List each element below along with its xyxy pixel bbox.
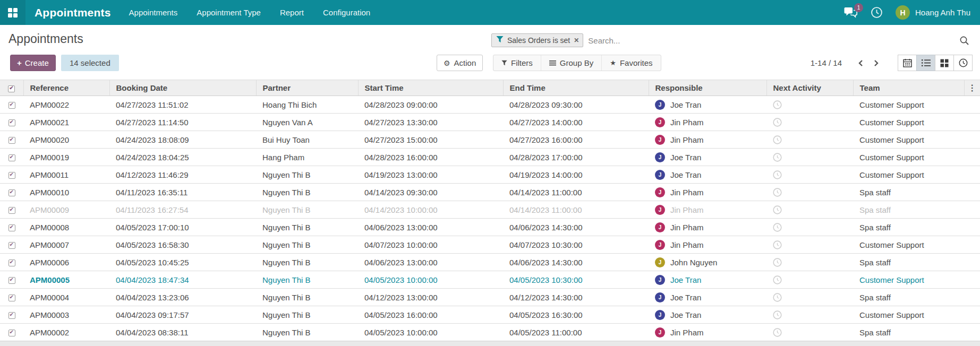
booking-date-cell: 04/24/2023 18:04:25 bbox=[109, 149, 256, 166]
next-activity-cell[interactable] bbox=[766, 306, 853, 324]
start-time-cell: 04/14/2023 09:30:00 bbox=[358, 184, 503, 201]
list-view-button[interactable] bbox=[916, 55, 935, 71]
group-by-button[interactable]: Group By bbox=[541, 55, 602, 71]
row-checkbox[interactable] bbox=[8, 312, 15, 319]
row-checkbox[interactable] bbox=[8, 242, 15, 249]
responsible-name: Jin Pham bbox=[670, 118, 704, 127]
next-activity-cell[interactable] bbox=[766, 289, 853, 306]
table-row[interactable]: APM0000404/04/2023 13:23:06Nguyen Thi B0… bbox=[0, 289, 980, 306]
next-activity-cell[interactable] bbox=[766, 324, 853, 341]
kanban-view-button[interactable] bbox=[935, 55, 954, 71]
next-activity-cell[interactable] bbox=[766, 236, 853, 254]
table-row[interactable]: APM0002104/27/2023 11:14:50Nguyen Van A0… bbox=[0, 114, 980, 131]
search-input[interactable] bbox=[583, 36, 959, 45]
favorites-button[interactable]: ★ Favorites bbox=[602, 55, 660, 71]
responsible-name: Joe Tran bbox=[670, 293, 701, 302]
row-checkbox[interactable] bbox=[8, 295, 15, 301]
reference-cell: APM00011 bbox=[23, 166, 109, 184]
partner-cell: Nguyen Thi B bbox=[256, 324, 358, 341]
table-row[interactable]: APM0001104/12/2023 11:46:29Nguyen Thi B0… bbox=[0, 166, 980, 184]
calendar-view-button[interactable] bbox=[898, 55, 917, 71]
menu-appointment-type[interactable]: Appointment Type bbox=[197, 8, 261, 17]
next-activity-cell[interactable] bbox=[766, 254, 853, 271]
selected-count-badge: 14 selected bbox=[61, 55, 119, 71]
next-activity-cell[interactable] bbox=[766, 271, 853, 289]
team-cell: Spa staff bbox=[853, 201, 964, 219]
search-icon[interactable] bbox=[959, 36, 969, 46]
column-header-partner[interactable]: Partner bbox=[256, 80, 358, 96]
clock-icon bbox=[959, 58, 968, 67]
table-row[interactable]: APM0000304/04/2023 09:17:57Nguyen Thi B0… bbox=[0, 306, 980, 324]
next-activity-cell[interactable] bbox=[766, 166, 853, 184]
row-checkbox[interactable] bbox=[8, 189, 15, 196]
optional-columns-icon[interactable]: ⋮ bbox=[964, 80, 980, 96]
table-row[interactable]: APM0000504/04/2023 18:47:34Nguyen Thi B0… bbox=[0, 271, 980, 289]
user-menu[interactable]: H Hoang Anh Thu bbox=[896, 5, 970, 20]
row-checkbox[interactable] bbox=[8, 102, 15, 109]
activity-clock-icon bbox=[773, 310, 782, 319]
start-time-cell: 04/19/2023 13:00:00 bbox=[358, 166, 503, 184]
partner-cell: Hoang Thi Bich bbox=[256, 96, 358, 114]
responsible-avatar: J bbox=[655, 135, 665, 145]
column-header-booking-date[interactable]: Booking Date bbox=[109, 80, 256, 96]
row-checkbox[interactable] bbox=[8, 277, 15, 284]
row-checkbox[interactable] bbox=[8, 260, 15, 266]
column-header-next-activity[interactable]: Next Activity bbox=[766, 80, 853, 96]
column-header-start-time[interactable]: Start Time bbox=[358, 80, 503, 96]
app-brand-title[interactable]: Appointments bbox=[35, 6, 111, 19]
pager-previous-button[interactable] bbox=[853, 59, 868, 67]
table-row[interactable]: APM0002004/24/2023 18:08:09Bui Huy Toan0… bbox=[0, 131, 980, 149]
row-checkbox[interactable] bbox=[8, 224, 15, 231]
column-header-team[interactable]: Team bbox=[853, 80, 964, 96]
next-activity-cell[interactable] bbox=[766, 149, 853, 166]
column-header-reference[interactable]: Reference bbox=[23, 80, 109, 96]
table-row[interactable]: APM0001904/24/2023 18:04:25Hang Pham04/2… bbox=[0, 149, 980, 166]
menu-appointments[interactable]: Appointments bbox=[129, 8, 178, 17]
responsible-cell: JJin Pham bbox=[649, 219, 766, 236]
row-end-spacer bbox=[964, 289, 980, 306]
create-button[interactable]: + Create bbox=[10, 55, 56, 71]
messages-button[interactable]: 1 bbox=[844, 7, 858, 19]
activities-button[interactable] bbox=[871, 6, 883, 19]
table-row[interactable]: APM0000204/04/2023 08:38:11Nguyen Thi B0… bbox=[0, 324, 980, 341]
activity-view-button[interactable] bbox=[953, 55, 973, 71]
action-button[interactable]: ⚙ Action bbox=[437, 55, 483, 71]
menu-configuration[interactable]: Configuration bbox=[323, 8, 370, 17]
column-header-responsible[interactable]: Responsible bbox=[649, 80, 766, 96]
select-all-cell bbox=[0, 80, 23, 96]
filters-button[interactable]: Filters bbox=[493, 55, 541, 71]
table-row[interactable]: APM0000904/11/2023 16:27:54Nguyen Thi B0… bbox=[0, 201, 980, 219]
select-all-checkbox[interactable] bbox=[8, 85, 15, 92]
next-activity-cell[interactable] bbox=[766, 219, 853, 236]
responsible-cell: JJoe Tran bbox=[649, 271, 766, 289]
remove-facet-icon[interactable]: ✕ bbox=[574, 37, 579, 44]
end-time-cell: 04/14/2023 11:00:00 bbox=[503, 184, 649, 201]
next-activity-cell[interactable] bbox=[766, 96, 853, 114]
table-row[interactable]: APM0001004/11/2023 16:35:11Nguyen Thi B0… bbox=[0, 184, 980, 201]
next-activity-cell[interactable] bbox=[766, 201, 853, 219]
table-row[interactable]: APM0000704/05/2023 16:58:30Nguyen Thi B0… bbox=[0, 236, 980, 254]
activity-clock-icon bbox=[773, 170, 782, 179]
row-checkbox[interactable] bbox=[8, 330, 15, 336]
row-checkbox[interactable] bbox=[8, 172, 15, 179]
responsible-name: John Nguyen bbox=[670, 258, 717, 267]
pager-next-button[interactable] bbox=[868, 59, 884, 67]
apps-menu-button[interactable] bbox=[0, 0, 25, 25]
row-checkbox[interactable] bbox=[8, 119, 15, 126]
search-options-group: Filters Group By ★ Favorites bbox=[493, 55, 661, 71]
next-activity-cell[interactable] bbox=[766, 184, 853, 201]
end-time-cell: 04/28/2023 17:00:00 bbox=[503, 149, 649, 166]
menu-report[interactable]: Report bbox=[280, 8, 304, 17]
table-row[interactable]: APM0000604/05/2023 10:45:25Nguyen Thi B0… bbox=[0, 254, 980, 271]
next-activity-cell[interactable] bbox=[766, 131, 853, 149]
next-activity-cell[interactable] bbox=[766, 114, 853, 131]
booking-date-cell: 04/27/2023 11:14:50 bbox=[109, 114, 256, 131]
table-row[interactable]: APM0002204/27/2023 11:51:02Hoang Thi Bic… bbox=[0, 96, 980, 114]
column-header-end-time[interactable]: End Time bbox=[503, 80, 649, 96]
row-checkbox[interactable] bbox=[8, 207, 15, 214]
row-checkbox[interactable] bbox=[8, 154, 15, 161]
group-by-icon bbox=[549, 60, 556, 66]
activity-clock-icon bbox=[773, 205, 782, 214]
table-row[interactable]: APM0000804/05/2023 17:00:10Nguyen Thi B0… bbox=[0, 219, 980, 236]
row-checkbox[interactable] bbox=[8, 137, 15, 144]
